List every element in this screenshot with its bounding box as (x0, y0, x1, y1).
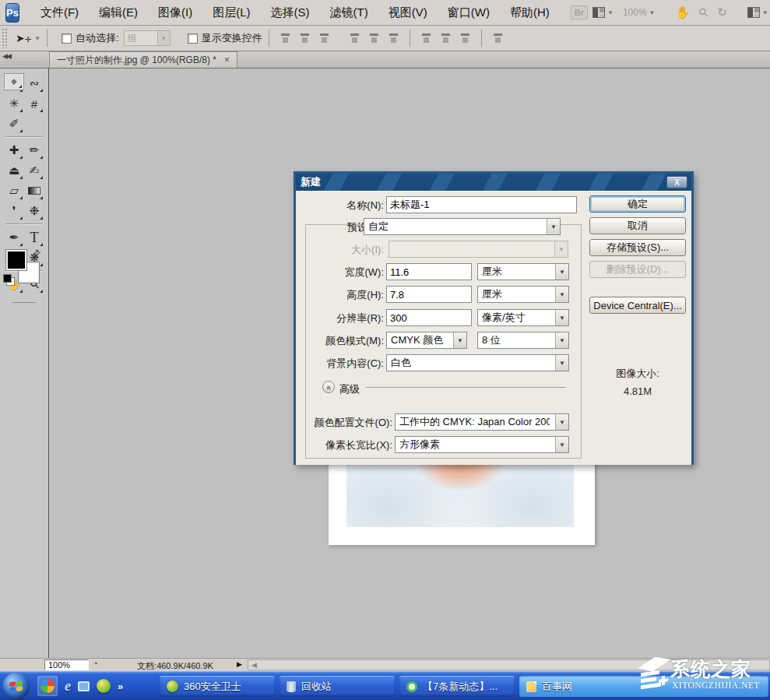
history-brush-tool[interactable]: ✍ (24, 160, 44, 181)
chevron-down-icon: ▼ (555, 437, 568, 452)
advanced-toggle-button[interactable]: « (322, 381, 335, 393)
width-input[interactable] (386, 263, 472, 280)
options-grip[interactable] (2, 28, 8, 48)
bridge-button[interactable]: Br (571, 5, 588, 19)
zoom-level-dropdown[interactable]: 100%▼ (618, 5, 660, 19)
move-tool-icon[interactable]: ➤✛ (16, 32, 31, 44)
portrait-photo (346, 463, 574, 527)
color-profile-dropdown[interactable]: 工作中的 CMYK: Japan Color 2001...▼ (395, 413, 569, 431)
status-popup-arrow-icon[interactable]: ▶ (237, 660, 242, 668)
start-button[interactable] (2, 673, 30, 700)
distribute-bottom-icon[interactable] (459, 33, 472, 44)
taskbar-button-browser[interactable]: 【7条新动态】... (399, 676, 515, 697)
360-desktop-icon[interactable] (37, 676, 58, 696)
watermark-domain: XITONGZHIJIA.NET (672, 681, 760, 690)
show-transform-checkbox[interactable] (188, 33, 198, 44)
eyedropper-tool[interactable]: ✐ (4, 114, 24, 134)
360-safe-icon[interactable] (97, 679, 111, 693)
new-document-dialog: 新建 X 名称(N): 预设(P): 自定▼ 大小(I): ▼ 宽度(W): 厘… (294, 171, 694, 465)
menu-filter[interactable]: 滤镜(T) (320, 2, 378, 23)
quick-launch-overflow[interactable]: » (118, 681, 123, 692)
gradient-tool[interactable] (24, 181, 44, 201)
chevron-down-icon: ▼ (555, 310, 568, 325)
tool-preset-caret[interactable]: ▼ (34, 35, 40, 42)
document-tab-title: 一寸照片的制作.jpg @ 100%(RGB/8) * (57, 54, 216, 67)
move-tool[interactable]: ⌖ (4, 73, 24, 90)
hand-tool-icon[interactable]: ✋ (671, 4, 695, 21)
default-colors-icon[interactable] (4, 275, 11, 282)
height-input[interactable] (386, 286, 472, 303)
show-desktop-icon[interactable] (78, 681, 90, 691)
align-horizontal-centers-icon[interactable] (367, 33, 381, 44)
distribute-center-icon[interactable] (439, 33, 452, 44)
document-tab[interactable]: 一寸照片的制作.jpg @ 100%(RGB/8) * × (49, 51, 237, 68)
menu-view[interactable]: 视图(V) (378, 2, 438, 23)
rotate-view-icon[interactable]: ↻ (712, 4, 732, 21)
auto-select-checkbox[interactable] (62, 33, 72, 44)
image-size-label: 图像大小: (589, 367, 686, 381)
height-unit-dropdown[interactable]: 厘米▼ (477, 286, 569, 303)
bit-depth-dropdown[interactable]: 8 位▼ (477, 332, 569, 349)
menu-file[interactable]: 文件(F) (30, 2, 89, 23)
scroll-left-icon[interactable]: ◀ (251, 661, 257, 669)
name-input[interactable] (386, 196, 577, 213)
align-vertical-centers-icon[interactable] (298, 33, 311, 44)
resolution-input[interactable] (386, 309, 472, 326)
windows-flag-icon (9, 681, 23, 692)
menu-help[interactable]: 帮助(H) (500, 2, 560, 23)
dialog-close-button[interactable]: X (666, 176, 687, 188)
brush-tool[interactable]: ✏ (24, 140, 44, 160)
internet-explorer-icon[interactable]: e (65, 678, 71, 695)
align-bottom-edges-icon[interactable] (318, 33, 331, 44)
auto-align-layers-icon[interactable] (491, 33, 505, 44)
crop-tool[interactable]: # (24, 93, 44, 114)
ok-button[interactable]: 确定 (589, 195, 686, 213)
collapse-panel-icon[interactable]: ◀◀ (2, 52, 10, 60)
close-icon[interactable]: × (224, 55, 230, 65)
align-left-edges-icon[interactable] (348, 33, 361, 44)
eraser-tool[interactable]: ▱ (4, 181, 24, 201)
watermark-title: 系统之家 (670, 656, 751, 682)
preset-dropdown[interactable]: 自定▼ (364, 218, 561, 235)
menu-select[interactable]: 选择(S) (261, 2, 320, 23)
document-size-text: 文档:460.9K/460.9K (109, 660, 241, 672)
menu-image[interactable]: 图像(I) (148, 2, 202, 23)
save-preset-button[interactable]: 存储预设(S)... (589, 239, 686, 256)
pen-tool[interactable]: ✒ (4, 227, 24, 248)
align-right-edges-icon[interactable] (387, 33, 400, 44)
foreground-color-swatch[interactable] (6, 250, 26, 270)
browser-icon (406, 681, 417, 692)
cancel-button[interactable]: 取消 (589, 217, 686, 234)
color-mode-dropdown[interactable]: CMYK 颜色▼ (386, 332, 467, 349)
dodge-tool[interactable]: ❉ (24, 201, 44, 221)
menu-layer[interactable]: 图层(L) (202, 2, 260, 23)
chevron-down-icon: ▼ (157, 31, 170, 45)
view-extras-icon[interactable]: ▼ (588, 5, 618, 19)
menu-edit[interactable]: 编辑(E) (89, 2, 148, 23)
background-contents-dropdown[interactable]: 白色▼ (386, 354, 569, 371)
auto-select-dropdown[interactable]: 组▼ (124, 30, 171, 46)
show-transform-label: 显示变换控件 (202, 31, 262, 45)
width-unit-dropdown[interactable]: 厘米▼ (477, 263, 569, 280)
align-top-edges-icon[interactable] (279, 33, 292, 44)
clone-stamp-tool[interactable]: ⏏ (4, 160, 24, 181)
arrange-documents-icon[interactable]: ▼ (743, 5, 770, 19)
magic-wand-tool[interactable]: ✳ (4, 93, 24, 114)
pixel-aspect-dropdown[interactable]: 方形像素▼ (395, 436, 569, 453)
zoom-percent-field[interactable]: 100% (44, 660, 89, 670)
options-bar: ➤✛ ▼ 自动选择: 组▼ 显示变换控件 (0, 26, 770, 51)
taskbar-button-360[interactable]: 360安全卫士 (160, 676, 275, 697)
menu-window[interactable]: 窗口(W) (438, 2, 500, 23)
zoom-tool-icon[interactable]: ⚲ (694, 4, 712, 21)
distribute-top-icon[interactable] (420, 33, 433, 44)
taskbar-button-recycle-bin[interactable]: 回收站 (280, 676, 395, 697)
resolution-unit-dropdown[interactable]: 像素/英寸▼ (477, 309, 569, 326)
device-central-button[interactable]: Device Central(E)... (589, 297, 686, 314)
panel-grip (2, 61, 47, 65)
type-tool[interactable]: T (24, 227, 44, 248)
delete-preset-button: 删除预设(D)... (589, 261, 686, 278)
healing-brush-tool[interactable]: ✚ (4, 140, 24, 160)
lasso-tool[interactable]: ∾ (24, 73, 44, 93)
dialog-title-bar[interactable]: 新建 (296, 174, 691, 191)
blur-tool[interactable]: ❜ (4, 201, 24, 221)
